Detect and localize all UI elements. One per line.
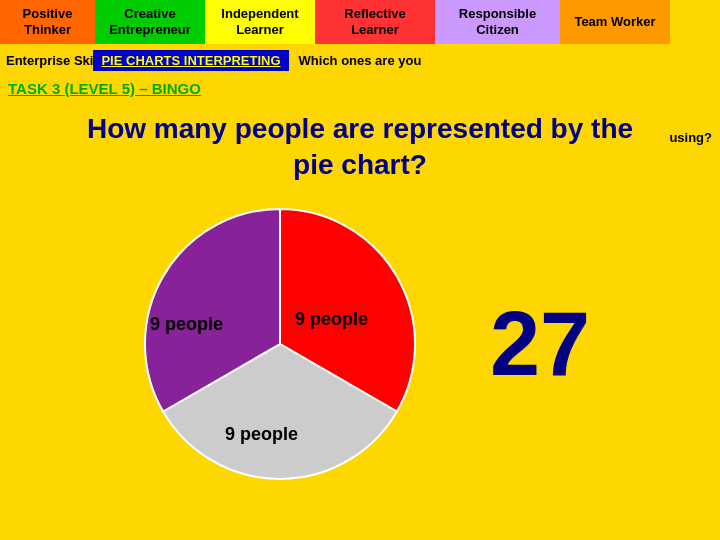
tab-independent[interactable]: Independent Learner [205, 0, 315, 44]
pie-chart-svg [130, 194, 430, 494]
using-label: using? [669, 130, 712, 145]
pie-label-bottom: 9 people [225, 424, 298, 445]
task-row: TASK 3 (LEVEL 5) – BINGO using? [0, 76, 720, 101]
tab-responsible[interactable]: Responsible Citizen [435, 0, 560, 44]
pie-label-right: 9 people [295, 309, 368, 330]
header-tabs: Positive Thinker Creative Entrepreneur I… [0, 0, 720, 44]
which-ones-label: Which ones are you [289, 53, 422, 68]
main-question: How many people are represented by the p… [0, 111, 720, 184]
enterprise-label: Enterprise Ski [0, 53, 93, 68]
enterprise-bar: Enterprise Ski PIE CHARTS INTERPRETING W… [0, 44, 720, 76]
tab-reflective[interactable]: Reflective Learner [315, 0, 435, 44]
chart-area: 9 people 9 people 9 people 27 [0, 194, 720, 494]
tab-positive[interactable]: Positive Thinker [0, 0, 95, 44]
pie-charts-label: PIE CHARTS INTERPRETING [93, 50, 288, 71]
pie-label-left: 9 people [150, 314, 223, 335]
answer-number: 27 [490, 299, 590, 389]
tab-team[interactable]: Team Worker [560, 0, 670, 44]
task-label: TASK 3 (LEVEL 5) – BINGO [0, 76, 209, 101]
tab-creative[interactable]: Creative Entrepreneur [95, 0, 205, 44]
pie-chart-container: 9 people 9 people 9 people [130, 194, 430, 494]
